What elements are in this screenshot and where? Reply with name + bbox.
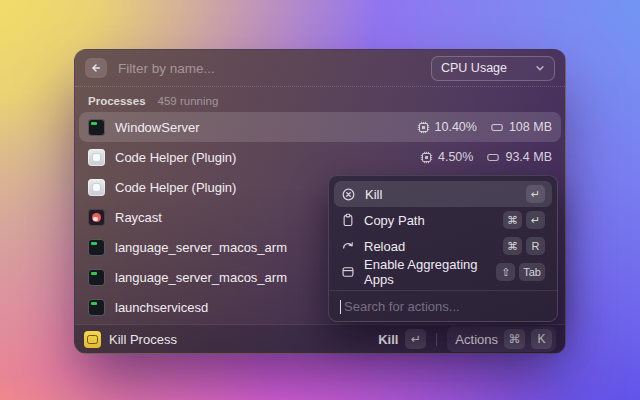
command-keycap: ⌘ xyxy=(504,329,525,349)
process-name: WindowServer xyxy=(115,120,200,135)
section-title: Processes xyxy=(88,95,146,107)
raycast-icon xyxy=(88,209,105,226)
reload-arrow-icon xyxy=(341,239,355,253)
action-item-copy-path[interactable]: Copy Path ⌘ ↵ xyxy=(334,207,552,233)
process-name: launchservicesd xyxy=(115,300,208,315)
return-keycap: ↵ xyxy=(405,329,426,349)
sort-dropdown-value: CPU Usage xyxy=(441,61,507,75)
app-icon xyxy=(88,149,105,166)
footer-divider xyxy=(436,333,437,346)
return-keycap: ↵ xyxy=(526,185,545,203)
action-item-reload[interactable]: Reload ⌘ R xyxy=(334,233,552,259)
kill-circle-x-icon xyxy=(341,187,356,202)
process-row[interactable]: WindowServer 10.40% 108 MB xyxy=(79,112,561,142)
cpu-stat: 4.50% xyxy=(420,150,473,164)
action-search-input[interactable]: Search for actions... xyxy=(329,290,557,322)
action-item-enable-aggregating-apps[interactable]: Enable Aggregating Apps ⇧ Tab xyxy=(334,259,552,285)
process-name: Code Helper (Plugin) xyxy=(115,150,236,165)
footer-app-label: Kill Process xyxy=(109,332,177,347)
memory-value: 93.4 MB xyxy=(505,150,552,164)
kill-process-app-icon xyxy=(84,331,101,348)
action-label: Copy Path xyxy=(364,213,425,228)
action-shortcut: ↵ xyxy=(526,185,545,203)
action-shortcut: ⌘ ↵ xyxy=(503,211,545,229)
process-stats: 4.50% 93.4 MB xyxy=(420,150,552,164)
memory-icon xyxy=(490,121,504,134)
command-keycap: ⌘ xyxy=(503,237,522,255)
shift-keycap: ⇧ xyxy=(496,263,515,281)
process-row[interactable]: Code Helper (Plugin) 4.50% 93.4 MB xyxy=(79,142,561,172)
process-name: Raycast xyxy=(115,210,162,225)
chevron-down-icon xyxy=(535,63,545,73)
memory-value: 108 MB xyxy=(509,120,552,134)
process-name: Code Helper (Plugin) xyxy=(115,180,236,195)
action-label: Kill xyxy=(365,187,382,202)
process-name: language_server_macos_arm xyxy=(115,240,287,255)
action-label: Reload xyxy=(364,239,405,254)
terminal-icon xyxy=(88,239,105,256)
cpu-chip-icon xyxy=(417,121,430,134)
back-button[interactable] xyxy=(85,58,107,78)
memory-icon xyxy=(486,151,500,164)
process-name: language_server_macos_arm xyxy=(115,270,287,285)
clipboard-icon xyxy=(341,213,355,227)
text-caret xyxy=(340,300,341,314)
terminal-icon xyxy=(88,119,105,136)
footer-actions: Kill ↵ Actions ⌘ K xyxy=(378,326,556,352)
r-keycap: R xyxy=(526,237,545,255)
back-arrow-icon xyxy=(90,62,102,74)
action-search-placeholder: Search for actions... xyxy=(344,299,460,314)
cpu-value: 4.50% xyxy=(438,150,473,164)
return-keycap: ↵ xyxy=(526,211,545,229)
action-shortcut: ⌘ R xyxy=(503,237,545,255)
footer-bar: Kill Process Kill ↵ Actions ⌘ K xyxy=(75,324,565,353)
primary-action-button[interactable]: Kill xyxy=(378,332,398,347)
k-keycap: K xyxy=(531,329,552,349)
cpu-chip-icon xyxy=(420,151,433,164)
process-stats: 10.40% 108 MB xyxy=(417,120,553,134)
action-label: Enable Aggregating Apps xyxy=(364,257,487,287)
memory-stat: 93.4 MB xyxy=(486,150,552,164)
filter-input[interactable]: Filter by name... xyxy=(118,61,431,76)
terminal-icon xyxy=(88,299,105,316)
window-header: Filter by name... CPU Usage xyxy=(75,50,565,87)
section-header: Processes 459 running xyxy=(75,87,565,112)
actions-button[interactable]: Actions ⌘ K xyxy=(447,326,556,352)
actions-label: Actions xyxy=(455,332,498,347)
section-count: 459 running xyxy=(158,95,219,107)
app-icon xyxy=(88,179,105,196)
tab-keycap: Tab xyxy=(519,263,545,281)
action-item-kill[interactable]: Kill ↵ xyxy=(334,181,552,207)
terminal-icon xyxy=(88,269,105,286)
action-panel: Kill ↵ Copy Path ⌘ ↵ Reload ⌘ R xyxy=(328,175,558,322)
cpu-value: 10.40% xyxy=(435,120,477,134)
command-keycap: ⌘ xyxy=(503,211,522,229)
app-window-icon xyxy=(341,265,355,279)
memory-stat: 108 MB xyxy=(490,120,552,134)
cpu-stat: 10.40% xyxy=(417,120,477,134)
sort-dropdown[interactable]: CPU Usage xyxy=(431,56,555,81)
action-list: Kill ↵ Copy Path ⌘ ↵ Reload ⌘ R xyxy=(329,176,557,290)
action-shortcut: ⇧ Tab xyxy=(496,263,545,281)
